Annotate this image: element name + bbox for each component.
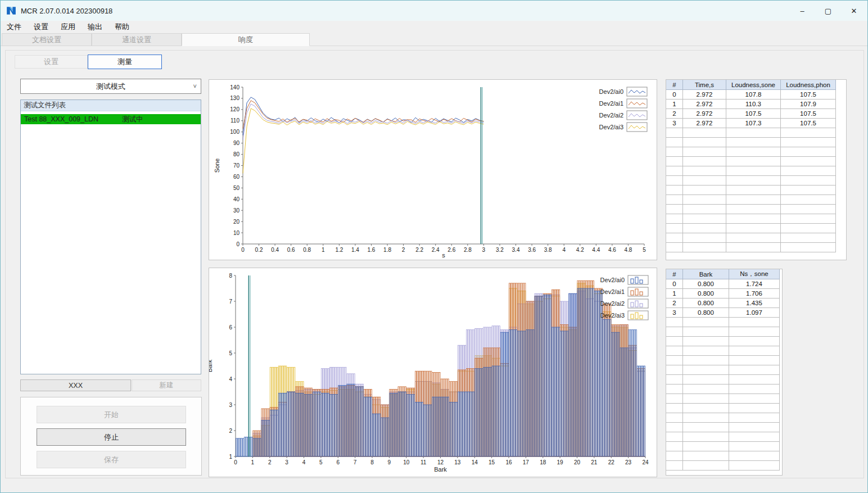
table-cell: [683, 243, 726, 252]
svg-text:1: 1: [229, 454, 232, 460]
table-row[interactable]: [666, 375, 780, 385]
table-cell: [666, 346, 683, 356]
table-cell: [666, 385, 683, 394]
table-row[interactable]: [666, 394, 780, 404]
table-row[interactable]: 00.8001.724: [666, 279, 780, 289]
table-row[interactable]: [666, 147, 836, 157]
table-cell: 3: [666, 308, 683, 318]
table-row[interactable]: [666, 346, 780, 356]
tab-channel-settings[interactable]: 通道设置: [92, 33, 182, 46]
table-row[interactable]: [666, 432, 780, 442]
table-cell: [683, 128, 726, 138]
table-cell: [729, 451, 780, 461]
xxx-button[interactable]: XXX: [20, 379, 131, 391]
table-row[interactable]: [666, 176, 836, 186]
table-cell: [683, 461, 729, 471]
table-row[interactable]: [666, 205, 836, 214]
svg-text:Dev2/ai3: Dev2/ai3: [599, 124, 623, 130]
svg-text:22: 22: [608, 459, 615, 465]
table-cell: [781, 147, 836, 157]
svg-text:2.4: 2.4: [432, 247, 440, 253]
table-row[interactable]: [666, 243, 836, 252]
specific-loudness-chart[interactable]: 0123456789101112131415161718192021222324…: [209, 268, 657, 477]
table-row[interactable]: [666, 214, 836, 224]
table-cell: [666, 233, 683, 243]
table-cell: [666, 423, 683, 432]
svg-text:1.2: 1.2: [335, 247, 343, 253]
table-cell: [781, 224, 836, 233]
menu-apply[interactable]: 应用: [55, 21, 82, 33]
save-button[interactable]: 保存: [37, 451, 186, 468]
table-row[interactable]: [666, 385, 780, 394]
table-row[interactable]: 32.972107.3107.5: [666, 119, 836, 128]
table-row[interactable]: [666, 356, 780, 365]
test-file-item[interactable]: Test 88_XXX_009_LDN 测试中: [21, 114, 201, 124]
test-file-list-header: 测试文件列表: [21, 100, 201, 111]
stop-button[interactable]: 停止: [37, 428, 186, 446]
svg-text:23: 23: [625, 459, 632, 465]
maximize-button[interactable]: ▢: [815, 1, 841, 21]
table-cell: 1: [666, 99, 683, 109]
table-row[interactable]: [666, 413, 780, 423]
table-cell: [666, 205, 683, 214]
svg-text:2.6: 2.6: [447, 247, 455, 253]
tab-strip: 文档设置 通道设置 响度: [1, 33, 867, 46]
table-row[interactable]: 02.972107.8107.5: [666, 90, 836, 99]
menu-settings[interactable]: 设置: [28, 21, 55, 33]
table-row[interactable]: [666, 138, 836, 147]
new-button[interactable]: 新建: [132, 379, 201, 391]
svg-text:16: 16: [505, 459, 512, 465]
table-cell: [683, 337, 729, 346]
table-row[interactable]: [666, 451, 780, 461]
table-row[interactable]: [666, 337, 780, 346]
svg-text:11: 11: [421, 459, 427, 465]
table-row[interactable]: [666, 327, 780, 337]
table-row[interactable]: [666, 318, 780, 327]
table-row[interactable]: [666, 423, 780, 432]
menu-file[interactable]: 文件: [1, 21, 28, 33]
table-row[interactable]: [666, 128, 836, 138]
table-row[interactable]: [666, 461, 780, 471]
table-cell: [683, 404, 729, 413]
svg-text:110: 110: [230, 117, 239, 124]
title-bar: MCR 2.07.0.014 202300918 – ▢ ✕: [1, 1, 867, 21]
test-file-listbox: 测试文件列表 Test 88_XXX_009_LDN 测试中: [20, 99, 201, 374]
table-row[interactable]: 30.8001.097: [666, 308, 780, 318]
test-mode-select[interactable]: 测试模式 ˅: [20, 79, 201, 94]
svg-text:4: 4: [302, 459, 306, 465]
svg-text:1.8: 1.8: [383, 247, 391, 253]
table-row[interactable]: [666, 442, 780, 451]
svg-text:7: 7: [354, 459, 357, 465]
menu-output[interactable]: 输出: [82, 21, 108, 33]
subtab-settings[interactable]: 设置: [15, 55, 88, 69]
svg-text:17: 17: [523, 459, 530, 465]
loudness-time-chart[interactable]: 00.20.40.60.811.21.41.61.822.22.42.62.83…: [209, 80, 657, 260]
table-row[interactable]: [666, 365, 780, 375]
table-row[interactable]: [666, 233, 836, 243]
table-row[interactable]: 10.8001.706: [666, 289, 780, 298]
start-button[interactable]: 开始: [37, 406, 186, 423]
tab-document-settings[interactable]: 文档设置: [2, 33, 92, 46]
table-cell: 0.800: [683, 289, 729, 298]
tab-loudness[interactable]: 响度: [182, 33, 310, 46]
table-row[interactable]: [666, 186, 836, 195]
table-row[interactable]: [666, 404, 780, 413]
table-cell: [666, 176, 683, 186]
table-row[interactable]: [666, 157, 836, 166]
table-cell: [729, 404, 780, 413]
table-row[interactable]: 22.972107.5107.5: [666, 109, 836, 119]
table-row[interactable]: [666, 195, 836, 205]
minimize-button[interactable]: –: [789, 1, 815, 21]
svg-text:7: 7: [229, 298, 232, 305]
table-cell: [666, 375, 683, 385]
table-row[interactable]: 20.8001.435: [666, 298, 780, 308]
close-button[interactable]: ✕: [841, 1, 867, 21]
subtab-measure[interactable]: 测量: [88, 55, 162, 69]
svg-text:30: 30: [233, 207, 240, 214]
table-cell: [666, 461, 683, 471]
menu-help[interactable]: 帮助: [108, 21, 135, 33]
table-row[interactable]: 12.972110.3107.9: [666, 99, 836, 109]
svg-text:4.6: 4.6: [608, 247, 616, 253]
table-row[interactable]: [666, 166, 836, 176]
table-row[interactable]: [666, 224, 836, 233]
